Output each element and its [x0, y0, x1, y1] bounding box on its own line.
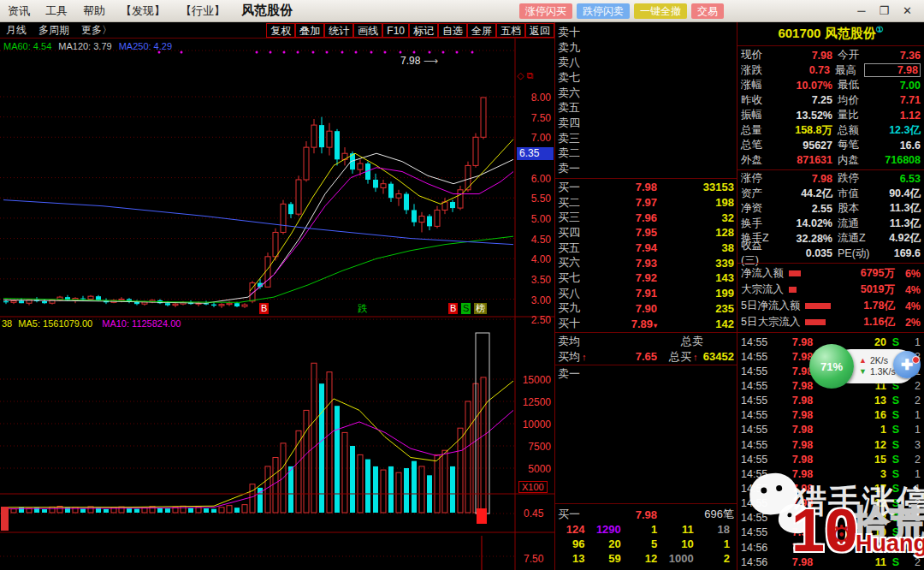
- tick-row[interactable]: 14:557.9817S1: [737, 481, 924, 496]
- sell-level-row[interactable]: 卖十: [555, 25, 737, 40]
- tick-row[interactable]: 14:557.9815S2: [737, 452, 924, 466]
- memory-percent-ball[interactable]: 71%: [809, 344, 854, 389]
- buy-level-row[interactable]: 买三7.9632: [555, 210, 737, 225]
- tick-row[interactable]: 14:557.9812S3: [737, 437, 924, 452]
- sell-level-row[interactable]: 卖六: [555, 86, 737, 101]
- tick-row[interactable]: 14:557.988S1: [737, 511, 924, 525]
- bang-badge[interactable]: 榜: [474, 303, 487, 314]
- sell-level-row[interactable]: 卖四: [555, 116, 737, 131]
- toolbar-button-统计[interactable]: 统计: [324, 23, 353, 38]
- volume-tick-15000: 15000: [515, 374, 551, 386]
- buy-level-row[interactable]: 买八7.91199: [555, 286, 737, 301]
- price-tick-4.50: 4.50: [515, 234, 551, 246]
- avg-buy-value: 7.65: [595, 350, 657, 363]
- volume-tick-12500: 12500: [515, 396, 551, 408]
- stock-header: 601700 风范股份①: [737, 25, 924, 42]
- stock-name: 风范股份: [825, 26, 876, 40]
- price-tick-5.00: 5.00: [515, 213, 551, 225]
- kline-volume-canvas[interactable]: [0, 22, 554, 570]
- multi-period[interactable]: 多周期: [33, 23, 75, 38]
- buy-level-row[interactable]: 买五7.9438: [555, 240, 737, 256]
- toolbar-button-全屏[interactable]: 全屏: [467, 23, 496, 38]
- trading-app-window: 资讯 工具 帮助 【发现】 【行业】 风范股份 涨停闪买跌停闪卖一键全撤交易 ─…: [0, 0, 924, 570]
- action-button-0[interactable]: 涨停闪买: [519, 3, 572, 19]
- fund-flow-row: 净流入额6795万6%: [737, 265, 924, 282]
- buy-signal-badge: B: [259, 303, 269, 314]
- quick-trade-buttons: 涨停闪买跌停闪卖一键全撤交易: [519, 3, 724, 19]
- tick-row[interactable]: 14:557.9812S2: [737, 496, 924, 511]
- volume-tick-7500: 7500: [515, 441, 551, 453]
- menu-faxian[interactable]: 【发现】: [113, 3, 173, 19]
- window-icon[interactable]: ⧉: [526, 70, 536, 80]
- price-tick-4.00: 4.00: [515, 253, 551, 265]
- info-row: 总笔95627每笔16.6: [737, 138, 924, 153]
- price-tick-3.50: 3.50: [515, 274, 551, 286]
- sell-level-row[interactable]: 卖二: [555, 146, 737, 162]
- net-speed-widget[interactable]: ▲2K/s ▼1.3K/s 71% ✚: [809, 344, 921, 389]
- order-book-panel: 卖十卖九卖八卖七卖六卖五卖四卖三卖二卖一 买一7.9833153买二7.9719…: [554, 22, 737, 570]
- menu-gongju[interactable]: 工具: [38, 3, 75, 19]
- buy-one-summary[interactable]: 买一 7.98 696笔: [555, 507, 737, 522]
- menu-bangzhu[interactable]: 帮助: [75, 3, 113, 19]
- toolbar-button-自选[interactable]: 自选: [438, 23, 467, 38]
- avg-sell-label: 卖均: [558, 334, 595, 349]
- tick-row[interactable]: 14:557.9813S2: [737, 394, 924, 408]
- order-detail-row: 124129011118: [555, 523, 737, 537]
- tick-row[interactable]: 14:557.9816S1: [737, 408, 924, 423]
- total-buy-value: 63452: [698, 350, 735, 363]
- buy-level-row[interactable]: 买九7.90235: [555, 301, 737, 317]
- more-menu[interactable]: 更多〉: [75, 23, 118, 38]
- toolbar-button-画线[interactable]: 画线: [353, 23, 382, 38]
- chart-column: 月线 多周期 更多〉 复权叠加统计画线F10标记自选全屏五档返回 MA60: 4…: [0, 22, 554, 570]
- buy-level-row[interactable]: 买四7.95128: [555, 225, 737, 240]
- total-buy-label: 总买↑: [669, 349, 698, 365]
- period-monthly[interactable]: 月线: [0, 23, 33, 38]
- buy-level-row[interactable]: 买二7.97198: [555, 195, 737, 211]
- action-button-2[interactable]: 一键全撤: [634, 3, 687, 19]
- sell-level-row[interactable]: 卖九: [555, 40, 737, 56]
- tick-row[interactable]: 14:557.981S1: [737, 423, 924, 437]
- volume-legend: 38 MA5: 1561079.00 MA10: 1125824.00: [2, 318, 181, 329]
- price-tick-2.50: 2.50: [515, 314, 551, 326]
- divider: [555, 503, 737, 504]
- tick-row[interactable]: 14:557.9810S1: [737, 525, 924, 540]
- fund-flow-bar: [789, 287, 797, 293]
- toolbar-button-F10[interactable]: F10: [382, 23, 409, 38]
- toolbar-button-复权[interactable]: 复权: [266, 23, 295, 38]
- close-icon[interactable]: ✕: [903, 4, 912, 17]
- minimize-icon[interactable]: ─: [857, 4, 865, 17]
- diamond-icon[interactable]: ◇: [517, 70, 526, 80]
- toolbar-button-五档[interactable]: 五档: [496, 23, 525, 38]
- die-label: 跌: [358, 303, 367, 314]
- sell-level-row[interactable]: 卖七: [555, 70, 737, 86]
- sell-level-row[interactable]: 卖三: [555, 131, 737, 146]
- download-arrow-icon: ▼: [859, 366, 867, 377]
- sell-level-row[interactable]: 卖五: [555, 100, 737, 116]
- b-badge: B: [448, 303, 458, 314]
- toolbar-button-返回[interactable]: 返回: [525, 23, 554, 38]
- tick-row[interactable]: 14:557.983S1: [737, 466, 924, 481]
- toolbar-button-标记[interactable]: 标记: [409, 23, 438, 38]
- trade-count: 696笔: [657, 507, 734, 522]
- info-row: 涨幅10.07%最低7.00: [737, 78, 924, 93]
- sell-level-row[interactable]: 卖八: [555, 55, 737, 70]
- volume-tick-5000: 5000: [515, 463, 551, 475]
- buy-level-row[interactable]: 买六7.93339: [555, 255, 737, 270]
- sell-level-row[interactable]: 卖一: [555, 161, 737, 176]
- restore-icon[interactable]: ❐: [879, 4, 889, 17]
- toolbar-button-叠加[interactable]: 叠加: [295, 23, 324, 38]
- action-button-1[interactable]: 跌停闪卖: [577, 3, 630, 19]
- divider: [555, 332, 737, 333]
- order-detail-row: 13591210002: [555, 552, 737, 567]
- buy-level-row[interactable]: 买七7.92143: [555, 270, 737, 286]
- info-badge-icon: ①: [876, 25, 884, 34]
- volume-unit-label: X100: [518, 481, 548, 493]
- action-button-3[interactable]: 交易: [691, 3, 724, 19]
- tick-row[interactable]: 14:567.9819S6: [737, 540, 924, 555]
- tick-row[interactable]: 14:567.9811S2: [737, 555, 924, 569]
- plus-icon[interactable]: ✚: [893, 351, 921, 378]
- menu-hangye[interactable]: 【行业】: [173, 3, 233, 19]
- buy-level-row[interactable]: 买十7.89▾142: [555, 316, 737, 331]
- buy-level-row[interactable]: 买一7.9833153: [555, 180, 737, 195]
- menu-zixun[interactable]: 资讯: [0, 3, 38, 19]
